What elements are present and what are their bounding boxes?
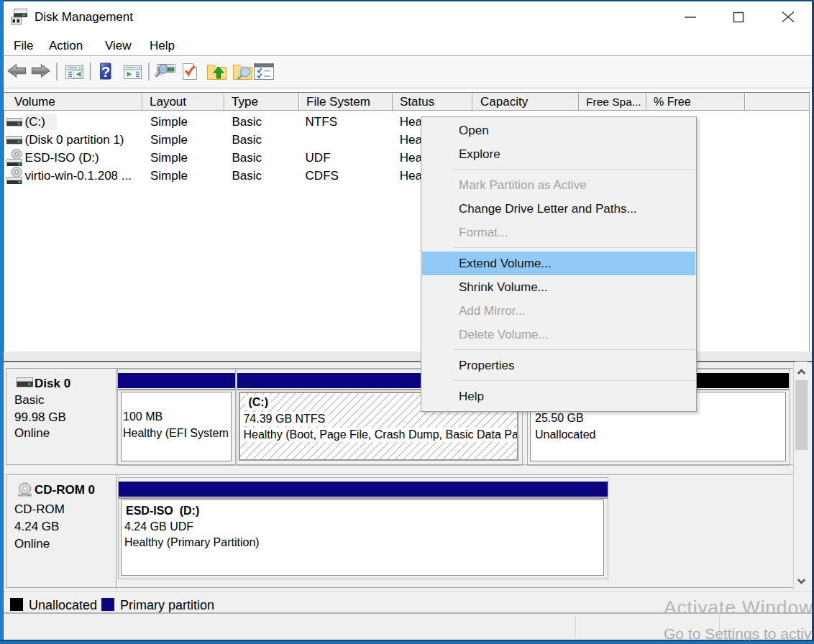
svg-text:?: ? <box>101 64 110 80</box>
